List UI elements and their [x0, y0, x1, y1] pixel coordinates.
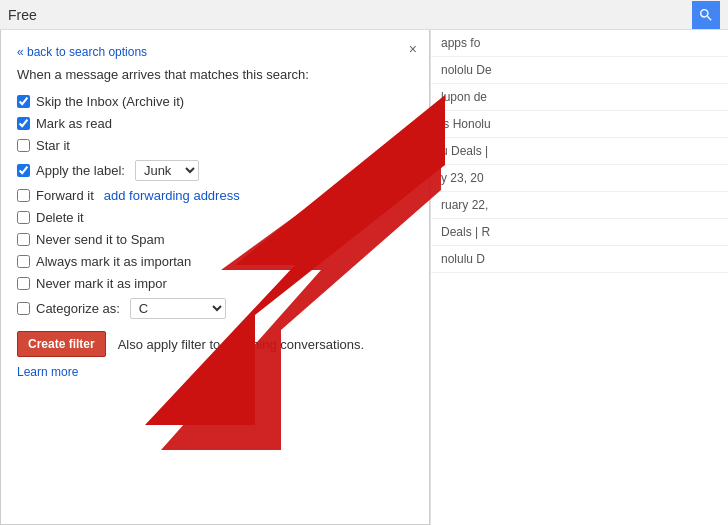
never-important-checkbox[interactable] — [17, 277, 30, 290]
panel-footer: Create filter Also apply filter to match… — [17, 331, 413, 357]
never-spam-label[interactable]: Never send it to Spam — [36, 232, 165, 247]
learn-more-link[interactable]: Learn more — [17, 365, 413, 379]
star-it-label[interactable]: Star it — [36, 138, 70, 153]
apply-label-checkbox[interactable] — [17, 164, 30, 177]
email-item[interactable]: nololu De — [431, 57, 728, 84]
window-title: Free — [8, 7, 37, 23]
categorize-select[interactable]: C Primary Social Promotions — [130, 298, 226, 319]
filter-row-apply-label: Apply the label: Junk Spam Work — [17, 160, 413, 181]
filter-row-skip-inbox: Skip the Inbox (Archive it) — [17, 94, 413, 109]
categorize-label[interactable]: Categorize as: — [36, 301, 120, 316]
email-item[interactable]: Deals | R — [431, 219, 728, 246]
mark-as-read-label[interactable]: Mark as read — [36, 116, 112, 131]
filter-row-categorize: Categorize as: C Primary Social Promotio… — [17, 298, 413, 319]
email-item[interactable]: u Deals | — [431, 138, 728, 165]
label-select[interactable]: Junk Spam Work — [135, 160, 199, 181]
also-apply-label: Also apply filter to matching conversati… — [118, 337, 364, 352]
close-button[interactable]: × — [409, 42, 417, 56]
filter-row-never-spam: Never send it to Spam — [17, 232, 413, 247]
filter-options: Skip the Inbox (Archive it) Mark as read… — [17, 94, 413, 319]
categorize-checkbox[interactable] — [17, 302, 30, 315]
star-it-checkbox[interactable] — [17, 139, 30, 152]
search-icon[interactable] — [692, 1, 720, 29]
search-svg — [698, 7, 714, 23]
create-filter-button[interactable]: Create filter — [17, 331, 106, 357]
delete-it-checkbox[interactable] — [17, 211, 30, 224]
email-item[interactable]: apps fo — [431, 30, 728, 57]
top-bar: Free — [0, 0, 728, 30]
filter-row-forward-it: Forward it add forwarding address — [17, 188, 413, 203]
mark-as-read-checkbox[interactable] — [17, 117, 30, 130]
filter-row-delete-it: Delete it — [17, 210, 413, 225]
always-important-checkbox[interactable] — [17, 255, 30, 268]
delete-it-label[interactable]: Delete it — [36, 210, 84, 225]
forward-it-label[interactable]: Forward it — [36, 188, 94, 203]
filter-row-never-important: Never mark it as impor — [17, 276, 413, 291]
filter-row-star-it: Star it — [17, 138, 413, 153]
email-list: apps fo nololu De lupon de 's Honolu u D… — [430, 30, 728, 525]
always-important-label[interactable]: Always mark it as importan — [36, 254, 191, 269]
back-to-search-link[interactable]: « back to search options — [17, 45, 147, 59]
email-item[interactable]: y 23, 20 — [431, 165, 728, 192]
filter-row-mark-as-read: Mark as read — [17, 116, 413, 131]
skip-inbox-label[interactable]: Skip the Inbox (Archive it) — [36, 94, 184, 109]
skip-inbox-checkbox[interactable] — [17, 95, 30, 108]
add-forwarding-link[interactable]: add forwarding address — [104, 188, 240, 203]
email-item[interactable]: 's Honolu — [431, 111, 728, 138]
forward-it-checkbox[interactable] — [17, 189, 30, 202]
email-item[interactable]: nolulu D — [431, 246, 728, 273]
main-layout: « back to search options × When a messag… — [0, 30, 728, 525]
apply-label-label[interactable]: Apply the label: — [36, 163, 125, 178]
panel-subtitle: When a message arrives that matches this… — [17, 67, 413, 82]
email-item[interactable]: lupon de — [431, 84, 728, 111]
filter-row-always-important: Always mark it as importan — [17, 254, 413, 269]
email-item[interactable]: ruary 22, — [431, 192, 728, 219]
never-spam-checkbox[interactable] — [17, 233, 30, 246]
filter-panel: « back to search options × When a messag… — [0, 30, 430, 525]
never-important-label[interactable]: Never mark it as impor — [36, 276, 167, 291]
